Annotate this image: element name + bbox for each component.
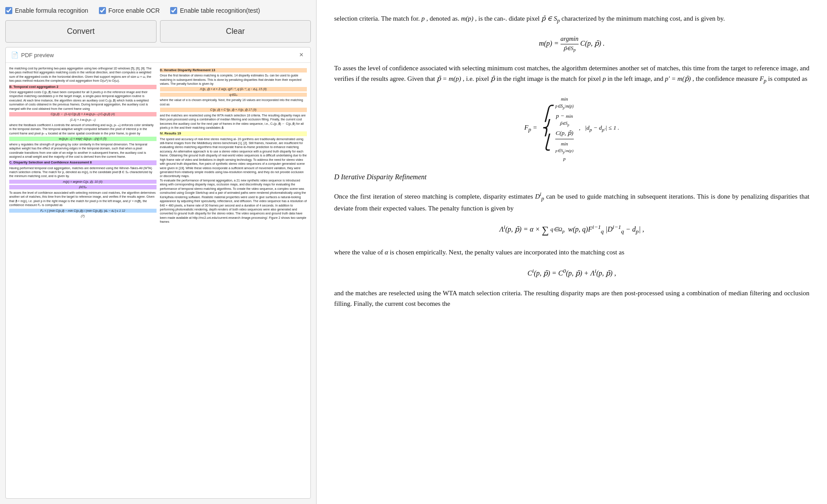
checkbox-formula[interactable]: Enable formula recognition	[5, 7, 88, 14]
action-buttons: Convert Clear	[5, 20, 311, 43]
right-para-2: To asses the level of confidence associa…	[334, 63, 809, 85]
right-para-4: where the value of α is chosen empirical…	[334, 247, 809, 257]
right-para-3: Once the first iteration of stereo match…	[334, 190, 809, 214]
checkbox-ocr-input[interactable]	[99, 7, 106, 14]
formula-1-block: m(p) = argmin p̄∈Sp C(p, p̄) .	[334, 34, 809, 54]
pdf-preview-header: 📄 PDF preview ×	[6, 47, 310, 63]
formula-3-block: Λi(p, p̄) = α × ∑ q∈Ωp w(p, q)Fi−1q |Di−…	[334, 222, 809, 238]
pdf-preview-title: PDF preview	[21, 52, 54, 58]
right-para-1: selection criteria. The match for. p , d…	[334, 13, 809, 25]
checkbox-formula-input[interactable]	[5, 7, 12, 14]
pdf-preview-container: 📄 PDF preview × the matching cost by per…	[5, 47, 311, 499]
checkbox-table-input[interactable]	[170, 7, 177, 14]
left-panel: Enable formula recognition Force enable …	[0, 0, 317, 504]
document-icon: 📄	[11, 51, 18, 58]
right-para-5: and the matches are reselected using the…	[334, 288, 809, 309]
convert-button[interactable]: Convert	[5, 20, 157, 43]
formula-4-block: Ci(p, p̄) = C0(p, p̄) + Λi(p, p̄) ,	[334, 266, 809, 279]
section-heading-d: D Iterative Disparity Refinement	[334, 171, 809, 183]
checkbox-formula-label: Enable formula recognition	[15, 7, 88, 14]
pdf-left-col: the matching cost by performing two-pass…	[9, 66, 157, 224]
formula-2-block: Fp = ⎧⎨⎩ min p∈Sp\m(p) p − min p̄∈Sp C(p…	[334, 94, 809, 163]
checkbox-table[interactable]: Enable table recognition(test)	[170, 7, 260, 14]
clear-button[interactable]: Clear	[160, 20, 311, 43]
pdf-close-button[interactable]: ×	[298, 51, 305, 59]
pdf-content[interactable]: the matching cost by performing two-pass…	[6, 63, 310, 498]
checkbox-ocr[interactable]: Force enable OCR	[99, 7, 160, 14]
right-panel[interactable]: selection criteria. The match for. p , d…	[317, 0, 827, 504]
pdf-right-col: D. Iterative Disparity Refinement 13 Onc…	[160, 66, 307, 224]
pdf-two-columns: the matching cost by performing two-pass…	[9, 66, 307, 224]
pdf-page: the matching cost by performing two-pass…	[9, 66, 307, 224]
checkbox-table-label: Enable table recognition(test)	[180, 7, 260, 14]
checkbox-ocr-label: Force enable OCR	[109, 7, 160, 14]
checkbox-row: Enable formula recognition Force enable …	[5, 5, 311, 16]
